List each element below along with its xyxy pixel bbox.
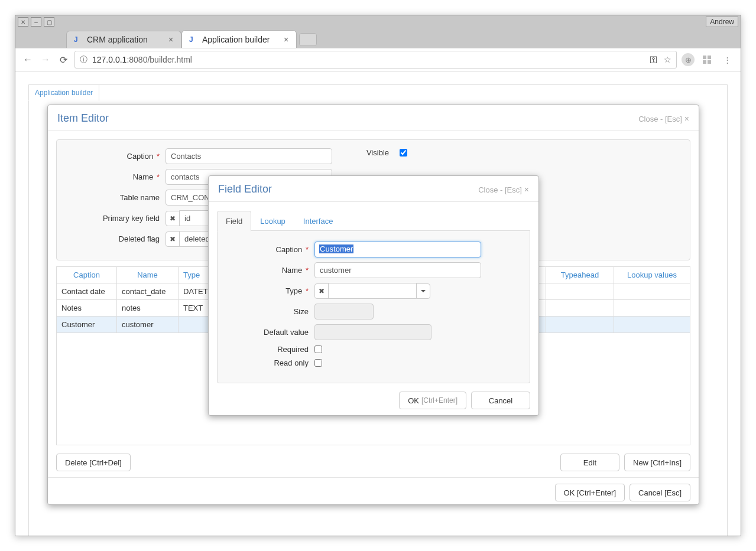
bookmark-star-icon[interactable]: ☆ [664, 55, 671, 64]
svg-rect-2 [703, 60, 706, 64]
reload-button[interactable]: ⟳ [57, 53, 70, 66]
fe-default-input[interactable] [314, 324, 431, 340]
url-path: /builder.html [147, 55, 192, 64]
os-titlebar: ✕ – ▢ Andrew [15, 15, 741, 28]
fe-size-input[interactable] [314, 304, 374, 319]
tab-title: Application builder [202, 35, 270, 44]
url-port: :8080 [126, 55, 147, 64]
column-name[interactable]: Name [117, 267, 179, 283]
new-button[interactable]: New [Ctrl+Ins] [624, 454, 690, 471]
tab-title: CRM application [87, 35, 148, 44]
fe-name-label: Name * [226, 266, 314, 275]
fe-caption-input[interactable] [314, 242, 481, 257]
delete-button[interactable]: Delete [Ctrl+Del] [56, 454, 131, 471]
key-icon[interactable]: ⚿ [650, 55, 658, 64]
close-icon: × [524, 185, 529, 194]
fe-ok-button[interactable]: OK[Ctrl+Enter] [399, 392, 466, 409]
apps-grid-icon[interactable] [699, 52, 715, 67]
fe-type-label: Type * [226, 286, 314, 295]
item-editor-header: Item Editor Close - [Esc]× [48, 105, 699, 131]
visible-label: Visible [359, 148, 395, 157]
browser-menu-icon[interactable]: ⋮ [719, 52, 735, 67]
tab-close-icon[interactable]: × [167, 35, 175, 44]
field-editor-form: Caption * Customer Name * Type * [217, 231, 530, 383]
window-maximize-button[interactable]: ▢ [44, 17, 54, 27]
fe-readonly-label: Read only [226, 358, 314, 367]
svg-rect-1 [708, 56, 711, 59]
os-window: ✕ – ▢ Andrew J CRM application × J Appli… [15, 15, 741, 536]
field-editor-close-button[interactable]: Close - [Esc]× [478, 185, 529, 194]
fe-size-label: Size [226, 307, 314, 316]
cancel-button[interactable]: Cancel [Esc] [630, 484, 690, 501]
dropdown-toggle-icon[interactable] [416, 283, 430, 299]
fe-required-label: Required [226, 345, 314, 354]
fe-cancel-button[interactable]: Cancel [471, 392, 530, 409]
fe-required-checkbox[interactable] [314, 345, 322, 353]
name-label: Name * [65, 172, 166, 181]
outer-panel: Application builder Item Editor Close - … [28, 84, 728, 536]
window-minimize-button[interactable]: – [31, 17, 41, 27]
info-icon: ⓘ [80, 54, 87, 65]
os-user-label: Andrew [706, 17, 738, 27]
fe-readonly-checkbox[interactable] [314, 359, 322, 367]
caption-label: Caption * [65, 152, 166, 161]
ok-button[interactable]: OK [Ctrl+Enter] [555, 484, 625, 501]
column-typeahead[interactable]: Typeahead [546, 267, 614, 283]
new-tab-button[interactable] [299, 33, 317, 46]
browser-tab-strip: J CRM application × J Application builde… [15, 28, 741, 48]
clear-icon[interactable]: ✖ [314, 283, 329, 299]
fe-name-input[interactable] [314, 262, 481, 278]
fe-default-label: Default value [226, 328, 314, 337]
close-icon: × [684, 114, 689, 123]
fe-caption-label: Caption * [226, 245, 314, 254]
item-editor-close-button[interactable]: Close - [Esc]× [638, 114, 689, 123]
extension-globe-icon[interactable]: ⊕ [682, 53, 695, 66]
back-button[interactable]: ← [21, 53, 34, 66]
browser-tab-builder[interactable]: J Application builder × [181, 30, 297, 48]
clear-icon[interactable]: ✖ [166, 211, 180, 226]
caption-input[interactable] [166, 148, 332, 164]
page-content: Application builder Item Editor Close - … [15, 71, 741, 536]
fe-type-input[interactable] [328, 283, 417, 299]
visible-checkbox[interactable] [400, 149, 407, 157]
tab-close-icon[interactable]: × [282, 35, 290, 44]
svg-rect-3 [708, 60, 711, 64]
svg-rect-0 [703, 56, 706, 59]
browser-toolbar: ← → ⟳ ⓘ 127.0.0.1:8080/builder.html ⚿ ☆ … [15, 48, 741, 71]
edit-button[interactable]: Edit [560, 454, 619, 471]
tab-field[interactable]: Field [217, 211, 251, 232]
forward-button[interactable]: → [39, 53, 52, 66]
browser-tab-crm[interactable]: J CRM application × [66, 31, 181, 48]
primary-key-label: Primary key field [65, 214, 166, 223]
column-caption[interactable]: Caption [57, 267, 117, 283]
item-editor-title: Item Editor [57, 112, 109, 125]
window-close-button[interactable]: ✕ [18, 17, 28, 27]
tab-lookup[interactable]: Lookup [251, 211, 294, 232]
clear-icon[interactable]: ✖ [166, 232, 180, 247]
tab-interface[interactable]: Interface [294, 211, 342, 232]
column-lookup-values[interactable]: Lookup values [614, 267, 690, 283]
favicon-icon: J [74, 35, 82, 44]
table-name-label: Table name [65, 193, 166, 202]
favicon-icon: J [189, 35, 197, 44]
field-editor-tabs: Field Lookup Interface [217, 210, 530, 231]
outer-tab-application-builder[interactable]: Application builder [28, 84, 99, 101]
field-editor-modal: Field Editor Close - [Esc]× Field Lookup… [208, 175, 539, 416]
field-editor-title: Field Editor [218, 183, 272, 195]
deleted-flag-label: Deleted flag [65, 234, 166, 243]
address-bar[interactable]: ⓘ 127.0.0.1:8080/builder.html ⚿ ☆ [74, 51, 677, 69]
url-host: 127.0.0.1 [92, 55, 126, 64]
